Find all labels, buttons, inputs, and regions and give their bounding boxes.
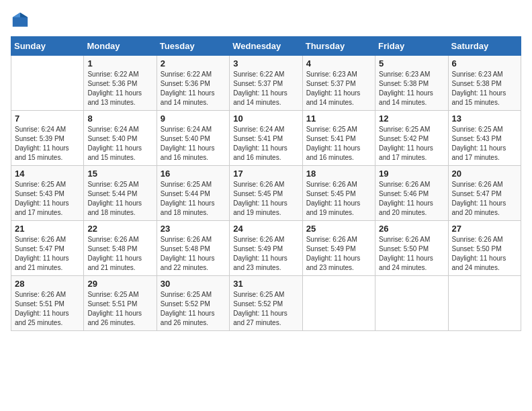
day-cell: 17Sunrise: 6:26 AMSunset: 5:45 PMDayligh…: [230, 166, 302, 221]
header-monday: Monday: [84, 37, 157, 56]
day-number: 29: [87, 279, 152, 289]
day-detail: Sunrise: 6:26 AMSunset: 5:50 PMDaylight:…: [379, 235, 444, 273]
day-number: 18: [306, 169, 371, 179]
day-number: 14: [15, 169, 80, 179]
day-number: 16: [161, 169, 226, 179]
day-detail: Sunrise: 6:25 AMSunset: 5:42 PMDaylight:…: [379, 125, 444, 163]
day-number: 2: [161, 58, 226, 68]
header-wednesday: Wednesday: [230, 37, 302, 56]
day-cell: 26Sunrise: 6:26 AMSunset: 5:50 PMDayligh…: [375, 221, 448, 276]
day-cell: 3Sunrise: 6:22 AMSunset: 5:37 PMDaylight…: [230, 56, 302, 111]
day-detail: Sunrise: 6:23 AMSunset: 5:38 PMDaylight:…: [379, 70, 444, 107]
day-detail: Sunrise: 6:22 AMSunset: 5:36 PMDaylight:…: [161, 70, 226, 107]
day-cell: 12Sunrise: 6:25 AMSunset: 5:42 PMDayligh…: [375, 111, 448, 166]
day-cell: 24Sunrise: 6:26 AMSunset: 5:49 PMDayligh…: [230, 221, 302, 276]
day-cell: 7Sunrise: 6:24 AMSunset: 5:39 PMDaylight…: [11, 111, 84, 166]
day-number: 3: [233, 58, 298, 68]
day-number: 7: [15, 113, 80, 124]
day-detail: Sunrise: 6:26 AMSunset: 5:48 PMDaylight:…: [161, 235, 226, 273]
day-detail: Sunrise: 6:26 AMSunset: 5:46 PMDaylight:…: [379, 180, 444, 218]
header-tuesday: Tuesday: [157, 37, 229, 56]
svg-marker-1: [20, 13, 28, 17]
svg-marker-2: [13, 13, 20, 17]
day-cell: 22Sunrise: 6:26 AMSunset: 5:48 PMDayligh…: [84, 221, 157, 276]
day-cell: 8Sunrise: 6:24 AMSunset: 5:40 PMDaylight…: [84, 111, 157, 166]
day-detail: Sunrise: 6:25 AMSunset: 5:43 PMDaylight:…: [15, 180, 80, 218]
day-detail: Sunrise: 6:24 AMSunset: 5:40 PMDaylight:…: [87, 125, 152, 163]
day-cell: 23Sunrise: 6:26 AMSunset: 5:48 PMDayligh…: [157, 221, 229, 276]
day-number: 11: [306, 113, 371, 124]
week-row-2: 7Sunrise: 6:24 AMSunset: 5:39 PMDaylight…: [11, 111, 521, 166]
day-cell: 15Sunrise: 6:25 AMSunset: 5:44 PMDayligh…: [84, 166, 157, 221]
day-number: 21: [15, 224, 80, 234]
day-number: 30: [161, 279, 226, 289]
day-detail: Sunrise: 6:26 AMSunset: 5:45 PMDaylight:…: [233, 180, 298, 218]
day-cell: 4Sunrise: 6:23 AMSunset: 5:37 PMDaylight…: [302, 56, 375, 111]
day-number: 23: [161, 224, 226, 234]
day-cell: [11, 56, 84, 111]
day-detail: Sunrise: 6:24 AMSunset: 5:40 PMDaylight:…: [161, 125, 226, 163]
day-number: 28: [15, 279, 80, 289]
day-cell: 9Sunrise: 6:24 AMSunset: 5:40 PMDaylight…: [157, 111, 229, 166]
day-cell: 28Sunrise: 6:26 AMSunset: 5:51 PMDayligh…: [11, 276, 84, 331]
calendar-table: SundayMondayTuesdayWednesdayThursdayFrid…: [11, 36, 521, 331]
day-detail: Sunrise: 6:22 AMSunset: 5:36 PMDaylight:…: [87, 70, 152, 107]
day-detail: Sunrise: 6:25 AMSunset: 5:52 PMDaylight:…: [161, 290, 226, 328]
day-number: 1: [87, 58, 152, 68]
day-number: 17: [233, 169, 298, 179]
day-number: 31: [233, 279, 298, 289]
week-row-3: 14Sunrise: 6:25 AMSunset: 5:43 PMDayligh…: [11, 166, 521, 221]
day-detail: Sunrise: 6:23 AMSunset: 5:37 PMDaylight:…: [306, 70, 371, 107]
day-cell: 11Sunrise: 6:25 AMSunset: 5:41 PMDayligh…: [302, 111, 375, 166]
day-number: 8: [87, 113, 152, 124]
day-cell: 29Sunrise: 6:25 AMSunset: 5:51 PMDayligh…: [84, 276, 157, 331]
day-detail: Sunrise: 6:25 AMSunset: 5:43 PMDaylight:…: [452, 125, 517, 163]
day-detail: Sunrise: 6:26 AMSunset: 5:49 PMDaylight:…: [306, 235, 371, 273]
week-row-4: 21Sunrise: 6:26 AMSunset: 5:47 PMDayligh…: [11, 221, 521, 276]
day-detail: Sunrise: 6:24 AMSunset: 5:41 PMDaylight:…: [233, 125, 298, 163]
day-detail: Sunrise: 6:26 AMSunset: 5:50 PMDaylight:…: [452, 235, 517, 273]
day-detail: Sunrise: 6:25 AMSunset: 5:44 PMDaylight:…: [87, 180, 152, 218]
day-cell: [302, 276, 375, 331]
day-cell: 6Sunrise: 6:23 AMSunset: 5:38 PMDaylight…: [448, 56, 521, 111]
day-detail: Sunrise: 6:26 AMSunset: 5:48 PMDaylight:…: [87, 235, 152, 273]
day-detail: Sunrise: 6:26 AMSunset: 5:47 PMDaylight:…: [15, 235, 80, 273]
day-number: 19: [379, 169, 444, 179]
day-cell: 5Sunrise: 6:23 AMSunset: 5:38 PMDaylight…: [375, 56, 448, 111]
day-detail: Sunrise: 6:25 AMSunset: 5:41 PMDaylight:…: [306, 125, 371, 163]
week-row-1: 1Sunrise: 6:22 AMSunset: 5:36 PMDaylight…: [11, 56, 521, 111]
page-header: [11, 11, 521, 30]
day-number: 6: [452, 58, 517, 68]
day-number: 20: [452, 169, 517, 179]
day-number: 27: [452, 224, 517, 234]
day-cell: 16Sunrise: 6:25 AMSunset: 5:44 PMDayligh…: [157, 166, 229, 221]
day-detail: Sunrise: 6:25 AMSunset: 5:44 PMDaylight:…: [161, 180, 226, 218]
day-cell: 1Sunrise: 6:22 AMSunset: 5:36 PMDaylight…: [84, 56, 157, 111]
day-cell: 30Sunrise: 6:25 AMSunset: 5:52 PMDayligh…: [157, 276, 229, 331]
day-detail: Sunrise: 6:25 AMSunset: 5:51 PMDaylight:…: [87, 290, 152, 328]
day-detail: Sunrise: 6:26 AMSunset: 5:47 PMDaylight:…: [452, 180, 517, 218]
day-cell: 18Sunrise: 6:26 AMSunset: 5:45 PMDayligh…: [302, 166, 375, 221]
day-detail: Sunrise: 6:26 AMSunset: 5:49 PMDaylight:…: [233, 235, 298, 273]
header-row: SundayMondayTuesdayWednesdayThursdayFrid…: [11, 37, 521, 56]
header-thursday: Thursday: [302, 37, 375, 56]
day-cell: [375, 276, 448, 331]
day-number: 24: [233, 224, 298, 234]
header-saturday: Saturday: [448, 37, 521, 56]
header-friday: Friday: [375, 37, 448, 56]
logo-icon: [11, 11, 30, 30]
day-detail: Sunrise: 6:24 AMSunset: 5:39 PMDaylight:…: [15, 125, 80, 163]
day-number: 25: [306, 224, 371, 234]
day-number: 22: [87, 224, 152, 234]
day-cell: 25Sunrise: 6:26 AMSunset: 5:49 PMDayligh…: [302, 221, 375, 276]
week-row-5: 28Sunrise: 6:26 AMSunset: 5:51 PMDayligh…: [11, 276, 521, 331]
day-number: 26: [379, 224, 444, 234]
day-cell: 31Sunrise: 6:25 AMSunset: 5:52 PMDayligh…: [230, 276, 302, 331]
day-cell: 20Sunrise: 6:26 AMSunset: 5:47 PMDayligh…: [448, 166, 521, 221]
day-number: 15: [87, 169, 152, 179]
day-cell: 10Sunrise: 6:24 AMSunset: 5:41 PMDayligh…: [230, 111, 302, 166]
day-number: 12: [379, 113, 444, 124]
day-cell: 14Sunrise: 6:25 AMSunset: 5:43 PMDayligh…: [11, 166, 84, 221]
header-sunday: Sunday: [11, 37, 84, 56]
day-number: 10: [233, 113, 298, 124]
